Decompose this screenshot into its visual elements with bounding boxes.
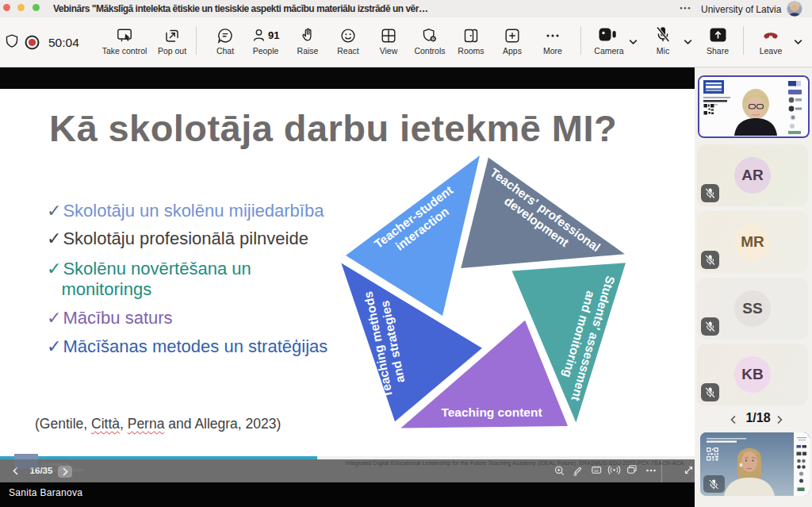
svg-text:Teaching content: Teaching content [441, 405, 542, 419]
